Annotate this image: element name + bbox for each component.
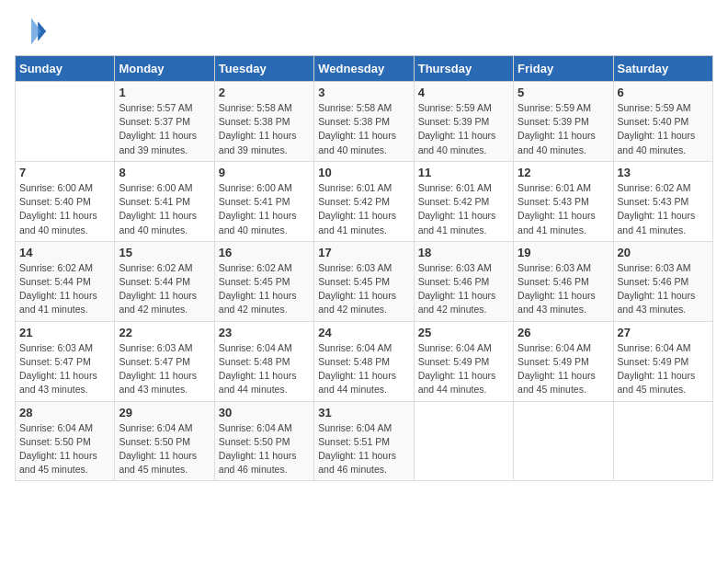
day-number: 6 <box>618 86 709 99</box>
header-cell-sunday: Sunday <box>16 56 115 82</box>
day-number: 17 <box>318 246 409 259</box>
day-cell: 10Sunrise: 6:01 AM Sunset: 5:42 PM Dayli… <box>314 161 414 241</box>
day-number: 24 <box>318 326 409 339</box>
day-cell: 2Sunrise: 5:58 AM Sunset: 5:38 PM Daylig… <box>214 82 313 162</box>
day-cell: 15Sunrise: 6:02 AM Sunset: 5:44 PM Dayli… <box>115 241 214 321</box>
week-row-5: 28Sunrise: 6:04 AM Sunset: 5:50 PM Dayli… <box>16 401 713 481</box>
day-cell <box>414 401 513 481</box>
day-info: Sunrise: 5:58 AM Sunset: 5:38 PM Dayligh… <box>318 101 409 157</box>
day-number: 5 <box>518 86 609 99</box>
day-number: 23 <box>219 326 310 339</box>
day-info: Sunrise: 6:02 AM Sunset: 5:44 PM Dayligh… <box>19 261 110 317</box>
day-cell: 8Sunrise: 6:00 AM Sunset: 5:41 PM Daylig… <box>115 161 214 241</box>
page-header <box>15 15 713 48</box>
day-info: Sunrise: 6:03 AM Sunset: 5:47 PM Dayligh… <box>19 341 110 397</box>
day-info: Sunrise: 6:01 AM Sunset: 5:42 PM Dayligh… <box>418 181 509 237</box>
day-cell <box>514 401 613 481</box>
day-info: Sunrise: 6:03 AM Sunset: 5:45 PM Dayligh… <box>318 261 409 317</box>
day-cell: 6Sunrise: 5:59 AM Sunset: 5:40 PM Daylig… <box>613 82 712 162</box>
day-info: Sunrise: 5:59 AM Sunset: 5:40 PM Dayligh… <box>618 101 709 157</box>
header-cell-tuesday: Tuesday <box>214 56 313 82</box>
day-cell: 1Sunrise: 5:57 AM Sunset: 5:37 PM Daylig… <box>115 82 214 162</box>
day-cell: 4Sunrise: 5:59 AM Sunset: 5:39 PM Daylig… <box>414 82 513 162</box>
day-cell: 31Sunrise: 6:04 AM Sunset: 5:51 PM Dayli… <box>314 401 414 481</box>
day-info: Sunrise: 6:04 AM Sunset: 5:50 PM Dayligh… <box>19 421 110 477</box>
day-cell: 22Sunrise: 6:03 AM Sunset: 5:47 PM Dayli… <box>115 321 214 401</box>
day-number: 20 <box>618 246 709 259</box>
day-info: Sunrise: 6:04 AM Sunset: 5:49 PM Dayligh… <box>618 341 709 397</box>
header-row: SundayMondayTuesdayWednesdayThursdayFrid… <box>16 56 713 82</box>
day-number: 21 <box>19 326 110 339</box>
day-cell <box>16 82 115 162</box>
day-info: Sunrise: 5:59 AM Sunset: 5:39 PM Dayligh… <box>418 101 509 157</box>
day-info: Sunrise: 6:00 AM Sunset: 5:41 PM Dayligh… <box>119 181 210 237</box>
day-cell: 29Sunrise: 6:04 AM Sunset: 5:50 PM Dayli… <box>115 401 214 481</box>
day-number: 13 <box>618 166 709 179</box>
day-cell: 3Sunrise: 5:58 AM Sunset: 5:38 PM Daylig… <box>314 82 414 162</box>
day-info: Sunrise: 6:04 AM Sunset: 5:49 PM Dayligh… <box>418 341 509 397</box>
day-cell: 28Sunrise: 6:04 AM Sunset: 5:50 PM Dayli… <box>16 401 115 481</box>
day-number: 7 <box>19 166 110 179</box>
calendar-table: SundayMondayTuesdayWednesdayThursdayFrid… <box>15 55 713 481</box>
day-cell: 16Sunrise: 6:02 AM Sunset: 5:45 PM Dayli… <box>214 241 313 321</box>
day-number: 31 <box>318 406 409 419</box>
day-info: Sunrise: 6:04 AM Sunset: 5:51 PM Dayligh… <box>318 421 409 477</box>
day-cell: 25Sunrise: 6:04 AM Sunset: 5:49 PM Dayli… <box>414 321 513 401</box>
week-row-1: 1Sunrise: 5:57 AM Sunset: 5:37 PM Daylig… <box>16 82 713 162</box>
day-info: Sunrise: 6:03 AM Sunset: 5:46 PM Dayligh… <box>418 261 509 317</box>
day-cell: 9Sunrise: 6:00 AM Sunset: 5:41 PM Daylig… <box>214 161 313 241</box>
day-cell: 23Sunrise: 6:04 AM Sunset: 5:48 PM Dayli… <box>214 321 313 401</box>
day-cell: 27Sunrise: 6:04 AM Sunset: 5:49 PM Dayli… <box>613 321 712 401</box>
day-info: Sunrise: 6:04 AM Sunset: 5:50 PM Dayligh… <box>219 421 310 477</box>
day-cell: 17Sunrise: 6:03 AM Sunset: 5:45 PM Dayli… <box>314 241 414 321</box>
week-row-4: 21Sunrise: 6:03 AM Sunset: 5:47 PM Dayli… <box>16 321 713 401</box>
day-cell: 12Sunrise: 6:01 AM Sunset: 5:43 PM Dayli… <box>514 161 613 241</box>
day-cell: 18Sunrise: 6:03 AM Sunset: 5:46 PM Dayli… <box>414 241 513 321</box>
day-info: Sunrise: 6:03 AM Sunset: 5:47 PM Dayligh… <box>119 341 210 397</box>
day-number: 28 <box>19 406 110 419</box>
calendar-header: SundayMondayTuesdayWednesdayThursdayFrid… <box>16 56 713 82</box>
day-cell: 21Sunrise: 6:03 AM Sunset: 5:47 PM Dayli… <box>16 321 115 401</box>
header-cell-monday: Monday <box>115 56 214 82</box>
day-number: 29 <box>119 406 210 419</box>
day-number: 27 <box>618 326 709 339</box>
day-cell: 5Sunrise: 5:59 AM Sunset: 5:39 PM Daylig… <box>514 82 613 162</box>
day-number: 4 <box>418 86 509 99</box>
day-number: 2 <box>219 86 310 99</box>
day-info: Sunrise: 6:01 AM Sunset: 5:42 PM Dayligh… <box>318 181 409 237</box>
day-number: 14 <box>19 246 110 259</box>
day-info: Sunrise: 6:03 AM Sunset: 5:46 PM Dayligh… <box>618 261 709 317</box>
day-number: 30 <box>219 406 310 419</box>
day-number: 1 <box>119 86 210 99</box>
day-cell: 14Sunrise: 6:02 AM Sunset: 5:44 PM Dayli… <box>16 241 115 321</box>
day-cell <box>613 401 712 481</box>
day-cell: 19Sunrise: 6:03 AM Sunset: 5:46 PM Dayli… <box>514 241 613 321</box>
day-info: Sunrise: 6:00 AM Sunset: 5:41 PM Dayligh… <box>219 181 310 237</box>
day-number: 19 <box>518 246 609 259</box>
day-info: Sunrise: 6:02 AM Sunset: 5:45 PM Dayligh… <box>219 261 310 317</box>
day-cell: 30Sunrise: 6:04 AM Sunset: 5:50 PM Dayli… <box>214 401 313 481</box>
day-cell: 11Sunrise: 6:01 AM Sunset: 5:42 PM Dayli… <box>414 161 513 241</box>
day-info: Sunrise: 5:58 AM Sunset: 5:38 PM Dayligh… <box>219 101 310 157</box>
day-number: 22 <box>119 326 210 339</box>
week-row-2: 7Sunrise: 6:00 AM Sunset: 5:40 PM Daylig… <box>16 161 713 241</box>
day-info: Sunrise: 6:01 AM Sunset: 5:43 PM Dayligh… <box>518 181 609 237</box>
day-info: Sunrise: 6:00 AM Sunset: 5:40 PM Dayligh… <box>19 181 110 237</box>
day-cell: 13Sunrise: 6:02 AM Sunset: 5:43 PM Dayli… <box>613 161 712 241</box>
day-number: 15 <box>119 246 210 259</box>
day-info: Sunrise: 6:02 AM Sunset: 5:43 PM Dayligh… <box>618 181 709 237</box>
day-number: 11 <box>418 166 509 179</box>
day-number: 9 <box>219 166 310 179</box>
day-info: Sunrise: 6:04 AM Sunset: 5:48 PM Dayligh… <box>318 341 409 397</box>
header-cell-saturday: Saturday <box>613 56 712 82</box>
day-info: Sunrise: 6:03 AM Sunset: 5:46 PM Dayligh… <box>518 261 609 317</box>
day-number: 12 <box>518 166 609 179</box>
logo <box>15 15 51 48</box>
calendar-body: 1Sunrise: 5:57 AM Sunset: 5:37 PM Daylig… <box>16 82 713 481</box>
header-cell-friday: Friday <box>514 56 613 82</box>
header-cell-thursday: Thursday <box>414 56 513 82</box>
day-info: Sunrise: 6:04 AM Sunset: 5:48 PM Dayligh… <box>219 341 310 397</box>
day-cell: 20Sunrise: 6:03 AM Sunset: 5:46 PM Dayli… <box>613 241 712 321</box>
day-cell: 7Sunrise: 6:00 AM Sunset: 5:40 PM Daylig… <box>16 161 115 241</box>
svg-marker-1 <box>31 18 41 45</box>
